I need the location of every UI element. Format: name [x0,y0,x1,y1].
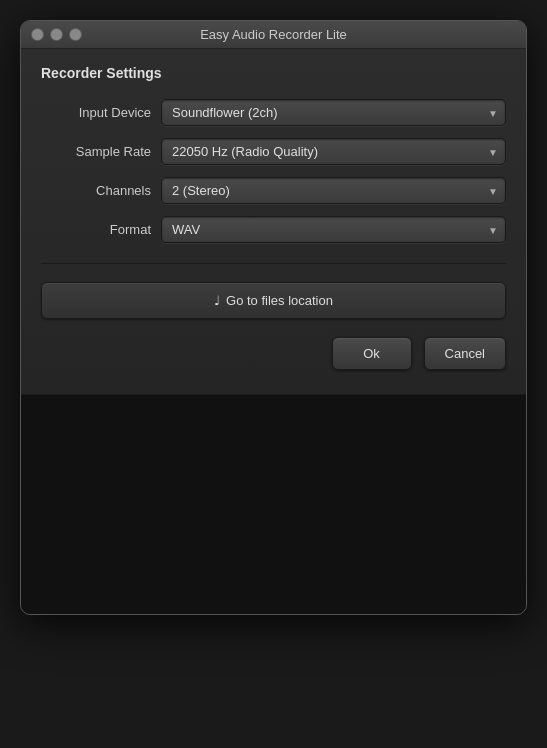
divider [41,263,506,264]
format-select[interactable]: WAV MP3 AAC AIFF [161,216,506,243]
sample-rate-label: Sample Rate [41,144,151,159]
sample-rate-select-wrapper: 22050 Hz (Radio Quality) 44100 Hz (CD Qu… [161,138,506,165]
section-title: Recorder Settings [41,65,506,81]
titlebar: Easy Audio Recorder Lite [21,21,526,49]
settings-grid: Input Device Soundflower (2ch) Built-in … [41,99,506,243]
close-button[interactable] [31,28,44,41]
cancel-button[interactable]: Cancel [424,337,506,370]
format-select-wrapper: WAV MP3 AAC AIFF ▼ [161,216,506,243]
main-window: Easy Audio Recorder Lite Recorder Settin… [20,20,527,615]
sample-rate-select[interactable]: 22050 Hz (Radio Quality) 44100 Hz (CD Qu… [161,138,506,165]
traffic-lights [31,28,82,41]
format-label: Format [41,222,151,237]
channels-select[interactable]: 2 (Stereo) 1 (Mono) [161,177,506,204]
sample-rate-row: Sample Rate 22050 Hz (Radio Quality) 441… [41,138,506,165]
goto-files-icon: ♩ [214,293,220,308]
input-device-select[interactable]: Soundflower (2ch) Built-in Microphone Li… [161,99,506,126]
ok-button[interactable]: Ok [332,337,412,370]
input-device-label: Input Device [41,105,151,120]
action-buttons: Ok Cancel [41,337,506,370]
channels-row: Channels 2 (Stereo) 1 (Mono) ▼ [41,177,506,204]
minimize-button[interactable] [50,28,63,41]
settings-panel: Recorder Settings Input Device Soundflow… [21,49,526,394]
format-row: Format WAV MP3 AAC AIFF ▼ [41,216,506,243]
maximize-button[interactable] [69,28,82,41]
window-title: Easy Audio Recorder Lite [200,27,347,42]
goto-files-button[interactable]: ♩ Go to files location [41,282,506,319]
input-device-row: Input Device Soundflower (2ch) Built-in … [41,99,506,126]
bottom-panel [21,394,526,614]
channels-label: Channels [41,183,151,198]
channels-select-wrapper: 2 (Stereo) 1 (Mono) ▼ [161,177,506,204]
goto-files-label: Go to files location [226,293,333,308]
input-device-select-wrapper: Soundflower (2ch) Built-in Microphone Li… [161,99,506,126]
